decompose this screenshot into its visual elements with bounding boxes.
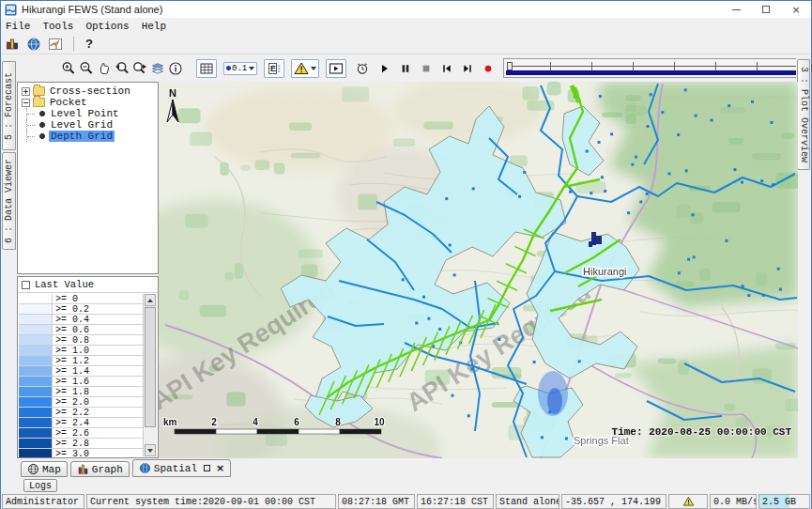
tab-forecast[interactable]: 5 : Forecast [2,61,16,150]
menu-file[interactable]: File [6,20,37,33]
legend-swatch [19,335,53,345]
status-local-time: 16:27:18 CST [417,494,494,509]
svg-text:E: E [270,64,276,73]
grid-icon [199,61,214,76]
maximize-button[interactable] [751,1,781,18]
legend-row[interactable]: >= 1.6 [19,377,143,387]
map-canvas: API Key Required API Key Required [159,82,798,458]
logs-row: Logs [17,477,796,493]
thresholds-dropdown[interactable] [291,59,319,78]
explorer-bars-icon[interactable] [5,37,20,52]
status-coordinates: -35.657 , 174.199 [561,494,666,509]
play-button[interactable] [379,63,391,74]
time-slider-span [506,70,799,75]
bar-chart-icon [77,463,89,475]
legend-row[interactable]: >= 2.2 [19,408,143,418]
globe-map-icon[interactable] [26,37,41,52]
menu-tools[interactable]: Tools [42,20,80,33]
menu-help[interactable]: Help [142,20,173,33]
dot-icon [226,66,231,70]
show-grid-button[interactable] [196,59,217,78]
layers-icon[interactable] [150,61,165,76]
help-button[interactable]: ? [82,37,97,51]
tab-spatial[interactable]: Spatial × [132,459,231,477]
legend-row[interactable]: >= 2.0 [19,397,143,408]
scroll-down-button[interactable] [145,444,156,456]
zoom-out-icon[interactable] [79,61,94,76]
chevron-down-icon [311,67,316,70]
logs-button[interactable]: Logs [23,479,57,492]
svg-text:10: 10 [374,417,385,427]
zoom-next-icon[interactable] [132,61,147,76]
legend-row[interactable]: >= 0.6 [19,325,143,335]
boxed-play-icon [329,61,344,76]
legend-row[interactable]: >= 1.8 [19,387,143,397]
legend-swatch [19,418,53,427]
legend-row[interactable]: >= 0.2 [19,304,143,315]
legend-swatch [19,428,53,438]
classbreaks-dropdown[interactable]: 0.1 [223,62,257,75]
tree-item-depth-grid[interactable]: Depth Grid [18,131,158,142]
legend-swatch [19,377,53,386]
tab-map[interactable]: Map [21,461,68,477]
tab-close-icon[interactable]: × [216,462,224,474]
tab-plot-overview[interactable]: 3 : Plot Overview [797,59,810,170]
status-warning[interactable] [668,494,708,509]
tab-maximize-icon[interactable] [204,465,210,471]
status-bar: Administrator Current system time:2020-0… [1,493,811,509]
time-slider-handle[interactable] [507,62,513,70]
legend-row[interactable]: >= 0.4 [19,315,143,325]
scroll-thumb[interactable] [145,307,156,427]
show-labels-button[interactable]: E [264,59,284,78]
step-back-button[interactable] [441,63,452,74]
close-button[interactable]: × [781,1,811,18]
animation-settings-icon[interactable] [355,61,370,76]
pause-button[interactable] [400,63,411,74]
step-forward-button[interactable] [462,63,473,74]
map-view[interactable]: API Key Required API Key Required [159,82,798,458]
legend-swatch [19,294,53,303]
zoom-in-icon[interactable] [61,61,76,76]
app-window: Hikurangi FEWS (Stand alone) × File Tool… [0,0,812,509]
legend-label: >= 2.2 [53,408,92,417]
legend-scrollbar[interactable] [143,294,157,456]
tree-item-pocket[interactable]: Pocket [18,97,158,108]
last-value-checkbox[interactable] [22,281,30,289]
timeseries-dialog-icon[interactable] [48,37,63,52]
town-label: Hikurangi [583,266,626,277]
minimize-button[interactable] [721,1,751,18]
legend-row[interactable]: >= 2.8 [19,439,143,449]
scroll-up-button[interactable] [145,294,156,306]
legend-row[interactable]: >= 3.0 [19,449,143,458]
menu-options[interactable]: Options [85,20,135,33]
tab-spatial-label: Spatial [154,463,197,474]
pan-hand-icon[interactable] [97,61,112,76]
collapse-icon[interactable] [22,99,30,107]
legend-row[interactable]: >= 0.8 [19,335,143,346]
status-memory: 2.5 GB [758,494,810,509]
animation-dialog-button[interactable] [326,59,346,78]
tab-graph[interactable]: Graph [70,461,130,477]
legend-panel: Last Value >= 0>= 0.2>= 0.4>= 0.6>= 0.8>… [17,276,159,458]
tree-item-level-point[interactable]: Level Point [18,108,158,119]
record-button[interactable] [483,63,494,74]
legend-row[interactable]: >= 1.0 [19,346,143,356]
info-icon[interactable] [168,61,183,76]
time-slider[interactable] [503,58,802,78]
legend-swatch [19,449,53,458]
legend-row[interactable]: >= 2.6 [19,428,143,439]
legend-row[interactable]: >= 0 [19,294,143,304]
legend-row[interactable]: >= 1.4 [19,366,143,377]
tab-data-viewer[interactable]: 6 : Data Viewer [2,152,16,250]
left-tab-strip: 5 : Forecast 6 : Data Viewer [1,54,17,491]
stop-button[interactable] [421,63,432,74]
zoom-previous-icon[interactable] [115,61,130,76]
legend-row[interactable]: >= 2.4 [19,418,143,428]
tree-item-level-grid[interactable]: Level Grid [18,119,158,131]
legend-row[interactable]: >= 1.2 [19,356,143,366]
status-download-rate: 0.0 MB/s [710,494,757,509]
legend-swatch [19,346,53,355]
legend-label: >= 0.4 [53,315,92,324]
legend-label: >= 3.0 [53,449,92,458]
expand-icon[interactable] [22,87,30,96]
